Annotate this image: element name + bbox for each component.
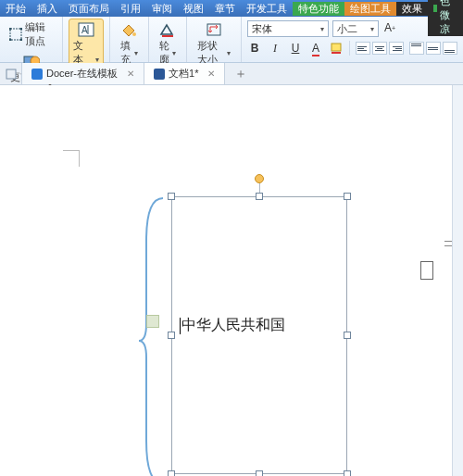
close-icon[interactable]: ✕ [207,69,215,79]
document-canvas[interactable]: 中华人民共和国 [0,85,463,476]
valign-bottom-button[interactable] [443,42,457,55]
svg-rect-15 [6,69,16,79]
svg-point-10 [132,32,136,36]
increase-font-button[interactable]: A+ [382,20,397,35]
tab-effects[interactable]: 效果 [396,2,428,16]
word-doc-icon [154,69,165,80]
tab-start[interactable]: 开始 [0,2,31,16]
valign-middle-button[interactable] [426,42,441,55]
textbox-shape[interactable]: 中华人民共和国 [171,196,347,474]
font-group: 宋体 ▾ 小二 ▾ A+ B I U A [242,17,463,62]
align-right-button[interactable] [389,42,404,55]
home-icon [6,69,17,80]
tab-special-features[interactable]: 特色功能 [293,2,344,16]
resize-handle-t[interactable] [256,193,263,200]
edge-marker [444,241,452,246]
resize-handle-br[interactable] [344,470,351,476]
doctab-docer[interactable]: Docer-在线模板 ✕ [22,63,144,84]
tab-section[interactable]: 章节 [209,2,241,16]
outline-button[interactable]: 轮廓▾ [155,19,181,69]
tab-page-layout[interactable]: 页面布局 [63,2,115,16]
font-name-select[interactable]: 宋体 ▾ [247,20,329,37]
align-center-button[interactable] [372,42,387,55]
tab-view[interactable]: 视图 [178,2,209,16]
tab-review[interactable]: 审阅 [146,2,178,16]
underline-button[interactable]: U [288,41,303,56]
resize-handle-bl[interactable] [168,470,175,476]
font-color-button[interactable]: A [308,41,323,56]
align-vertical-group [409,42,457,55]
textbox-text[interactable]: 中华人民共和国 [180,316,285,335]
tab-insert[interactable]: 插入 [31,2,63,16]
app-icon [433,5,437,12]
outline-icon [159,21,176,38]
shape-size-icon [206,21,222,38]
edit-vertex-button[interactable]: 编辑顶点 [6,19,56,50]
bold-button[interactable]: B [247,41,262,56]
doctab-doc1-label: 文档1* [169,67,198,81]
shape-size-button[interactable]: 形状大小▾ [193,19,235,69]
vertical-ruler [452,85,463,476]
resize-handle-tr[interactable] [344,193,351,200]
valign-top-button[interactable] [409,42,424,55]
resize-handle-r[interactable] [344,332,351,339]
svg-point-1 [9,28,12,31]
svg-text:A: A [81,25,88,35]
doctab-docer-label: Docer-在线模板 [46,67,118,81]
document-tabs: Docer-在线模板 ✕ 文档1* ✕ ＋ [0,63,463,85]
page: 中华人民共和国 [0,85,452,476]
textbox-frame[interactable]: 中华人民共和国 [171,196,347,474]
left-brace-shape[interactable] [137,194,170,476]
resize-handle-b[interactable] [256,470,263,476]
textbox-icon: A [78,21,94,38]
svg-rect-12 [207,24,220,35]
anchor-icon [146,315,159,328]
highlight-button[interactable] [329,41,344,56]
align-horizontal-group [356,42,404,55]
floating-rect [420,261,433,280]
doctab-doc1[interactable]: 文档1* ✕ [144,63,225,84]
align-left-button[interactable] [356,42,370,55]
italic-button[interactable]: I [268,41,282,56]
edit-vertex-icon [9,26,22,43]
tab-drawing-tools[interactable]: 绘图工具 [344,2,396,16]
edit-vertex-label: 编辑顶点 [25,20,53,48]
chevron-down-icon: ▾ [370,25,374,33]
font-size-value: 小二 [337,22,357,36]
resize-handle-l[interactable] [168,332,175,339]
svg-point-3 [9,39,12,42]
textbox-content: 中华人民共和国 [181,317,285,332]
font-name-value: 宋体 [252,22,272,36]
font-size-select[interactable]: 小二 ▾ [332,20,379,37]
ribbon: 编辑顶点 更改形状▾ A 文本框▾ 填充▾ 轮廓 [0,17,463,63]
svg-point-4 [20,39,23,42]
fill-button[interactable]: 填充▾ [116,19,143,69]
tab-devtools[interactable]: 开发工具 [241,2,293,16]
new-tab-button[interactable]: ＋ [225,63,257,84]
resize-handle-tl[interactable] [168,193,175,200]
svg-point-2 [20,28,23,31]
margin-corner-mark [63,150,80,167]
close-icon[interactable]: ✕ [127,69,134,79]
svg-rect-13 [332,44,341,51]
svg-rect-14 [332,52,341,54]
chevron-down-icon: ▾ [320,25,324,33]
rotation-handle[interactable] [255,174,264,183]
fill-icon [120,21,137,38]
docer-icon [31,69,43,80]
tab-reference[interactable]: 引用 [115,2,146,16]
menu-tabs-bar: 开始 插入 页面布局 引用 审阅 视图 章节 开发工具 特色功能 绘图工具 效果… [0,0,463,17]
text-cursor [180,318,181,334]
home-tab-button[interactable] [0,63,22,84]
svg-rect-0 [10,29,21,40]
